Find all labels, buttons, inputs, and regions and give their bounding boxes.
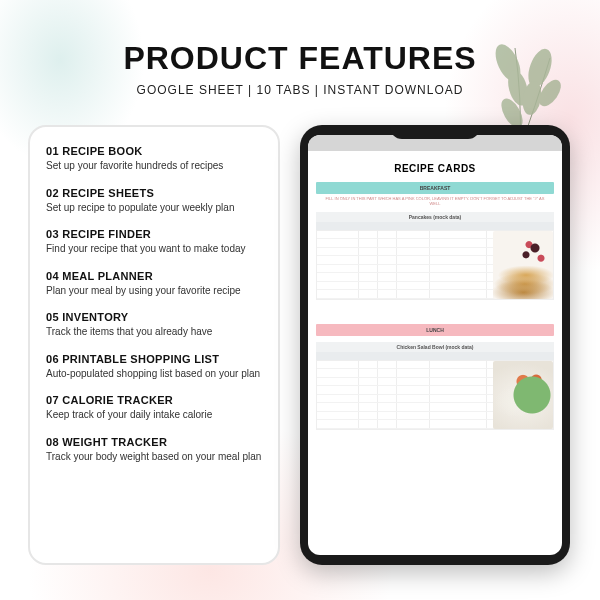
section-label: BREAKFAST [420,185,451,191]
sheet-title: RECIPE CARDS [308,151,562,182]
tablet-notch [390,125,480,139]
tablet-mockup: RECIPE CARDS BREAKFAST FILL IN ONLY IN T… [300,125,570,565]
features-card: 01 RECIPE BOOK Set up your favorite hund… [28,125,280,565]
feature-desc: Set up recipe to populate your weekly pl… [46,201,262,215]
feature-02: 02 RECIPE SHEETS Set up recipe to popula… [46,187,262,215]
feature-desc: Set up your favorite hundreds of recipes [46,159,262,173]
breakfast-note: FILL IN ONLY IN THIS PART WHICH HAS A PI… [308,194,562,210]
feature-08: 08 WEIGHT TRACKER Track your body weight… [46,436,262,464]
tablet-screen: RECIPE CARDS BREAKFAST FILL IN ONLY IN T… [308,135,562,555]
feature-title: 07 CALORIE TRACKER [46,394,262,406]
recipe-image-pancakes [493,231,553,299]
recipe-body [316,230,554,300]
feature-desc: Auto-populated shopping list based on yo… [46,367,262,381]
feature-title: 03 RECIPE FINDER [46,228,262,240]
feature-desc: Track your body weight based on your mea… [46,450,262,464]
feature-title: 01 RECIPE BOOK [46,145,262,157]
recipe-block-breakfast: Pancakes (mock data) [316,212,554,300]
feature-07: 07 CALORIE TRACKER Keep track of your da… [46,394,262,422]
recipe-image-salad-bowl [493,361,553,429]
feature-title: 06 PRINTABLE SHOPPING LIST [46,353,262,365]
feature-title: 04 MEAL PLANNER [46,270,262,282]
feature-05: 05 INVENTORY Track the items that you al… [46,311,262,339]
feature-title: 08 WEIGHT TRACKER [46,436,262,448]
recipe-columns-header [316,222,554,230]
recipe-columns-header [316,352,554,360]
feature-desc: Find your recipe that you want to make t… [46,242,262,256]
feature-title: 02 RECIPE SHEETS [46,187,262,199]
recipe-name: Pancakes (mock data) [316,212,554,222]
content-row: 01 RECIPE BOOK Set up your favorite hund… [0,97,600,565]
recipe-body [316,360,554,430]
feature-06: 06 PRINTABLE SHOPPING LIST Auto-populate… [46,353,262,381]
recipe-block-lunch: Chicken Salad Bowl (mock data) [316,342,554,430]
feature-desc: Track the items that you already have [46,325,262,339]
section-bar-breakfast: BREAKFAST [316,182,554,194]
feature-01: 01 RECIPE BOOK Set up your favorite hund… [46,145,262,173]
feature-title: 05 INVENTORY [46,311,262,323]
feature-desc: Keep track of your daily intake calorie [46,408,262,422]
recipe-name: Chicken Salad Bowl (mock data) [316,342,554,352]
feature-03: 03 RECIPE FINDER Find your recipe that y… [46,228,262,256]
section-label: LUNCH [426,327,444,333]
section-bar-lunch: LUNCH [316,324,554,336]
feature-desc: Plan your meal by using your favorite re… [46,284,262,298]
feature-04: 04 MEAL PLANNER Plan your meal by using … [46,270,262,298]
